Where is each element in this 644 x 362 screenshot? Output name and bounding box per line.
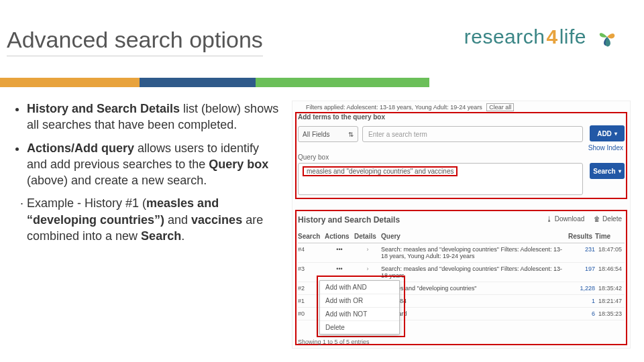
- bullet-1: History and Search Details list (below) …: [27, 101, 282, 133]
- bullet-3: Example - History #1 (measles and “devel…: [27, 195, 282, 244]
- brand-logo: research4life: [464, 20, 624, 54]
- pubmed-screenshot: Filters applied: Adolescent: 13-18 years…: [292, 101, 631, 349]
- table-row: #4 ••• › Search: measles and "developing…: [298, 243, 625, 263]
- show-index-link[interactable]: Show Index: [588, 144, 623, 152]
- details-expand[interactable]: ›: [354, 246, 381, 253]
- details-expand[interactable]: ›: [354, 265, 381, 272]
- updown-icon: ⇅: [348, 131, 354, 138]
- table-footer-count: Showing 1 to 5 of 5 entries: [298, 339, 370, 345]
- delete-link[interactable]: 🗑 Delete: [594, 215, 622, 223]
- chevron-down-icon: ▾: [614, 131, 617, 137]
- table-header: Search Actions Details Query Results Tim…: [298, 230, 625, 243]
- query-box-label: Query box: [298, 154, 329, 161]
- slide-title: Advanced search options: [7, 27, 263, 56]
- clear-all-button[interactable]: Clear all: [486, 103, 514, 111]
- accent-stripes: [0, 78, 429, 87]
- add-terms-label: Add terms to the query box: [298, 113, 385, 121]
- logo-word-4: 4: [545, 25, 559, 48]
- download-link[interactable]: ⭳ Download: [546, 215, 584, 223]
- menu-item-add-or[interactable]: Add with OR: [320, 294, 399, 308]
- query-box[interactable]: measles and "developing countries" and v…: [298, 163, 583, 195]
- field-selector[interactable]: All Fields⇅: [298, 126, 358, 142]
- logo-word-research: research: [464, 25, 545, 48]
- bullet-2: Actions/Add query allows users to identi…: [27, 140, 282, 189]
- logo-clover-icon: [590, 20, 624, 54]
- search-button[interactable]: Search: [590, 163, 625, 179]
- add-button[interactable]: ADD▾: [590, 125, 625, 141]
- history-header: History and Search Details: [298, 215, 400, 225]
- applied-filters: Filters applied: Adolescent: 13-18 years…: [306, 104, 514, 111]
- actions-menu-trigger[interactable]: •••: [325, 265, 354, 272]
- menu-item-add-not[interactable]: Add with NOT: [320, 308, 399, 321]
- term-input[interactable]: Enter a search term: [362, 126, 583, 142]
- bullet-list: History and Search Details list (below) …: [13, 101, 282, 251]
- logo-word-life: life: [559, 25, 586, 48]
- actions-context-menu: Add with AND Add with OR Add with NOT De…: [319, 280, 400, 335]
- query-text-highlight: measles and "developing countries" and v…: [303, 166, 458, 176]
- actions-menu-trigger[interactable]: •••: [325, 246, 354, 253]
- menu-item-delete[interactable]: Delete: [320, 321, 399, 334]
- menu-item-add-and[interactable]: Add with AND: [320, 281, 399, 294]
